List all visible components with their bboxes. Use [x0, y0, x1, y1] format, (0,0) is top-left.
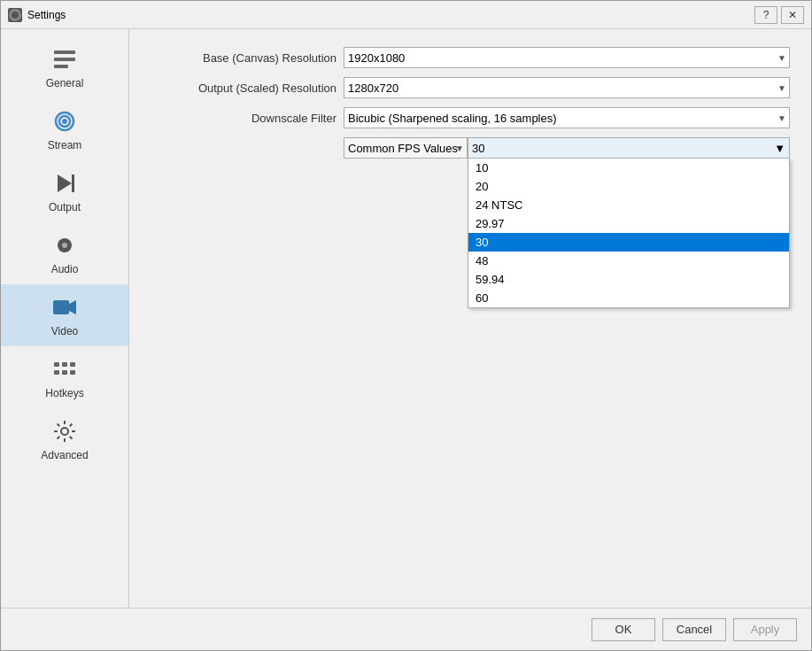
settings-window: Settings ? ✕ General: [0, 0, 812, 651]
svg-rect-17: [54, 370, 59, 375]
fps-option-20[interactable]: 20: [468, 177, 789, 196]
fps-value-dropdown-header[interactable]: 30 ▼: [468, 137, 790, 159]
output-resolution-select-wrapper: 1280x720 ▼: [344, 77, 790, 98]
help-button[interactable]: ?: [754, 6, 777, 24]
hotkeys-icon: [50, 355, 79, 384]
output-icon: [50, 169, 79, 198]
apply-button[interactable]: Apply: [733, 618, 797, 641]
fps-type-select[interactable]: Common FPS Values: [344, 137, 468, 159]
svg-point-11: [62, 243, 67, 248]
fps-option-5994[interactable]: 59.94: [468, 270, 789, 289]
fps-type-select-wrapper: Common FPS Values ▼: [344, 137, 468, 159]
fps-dropdown-arrow-icon: ▼: [774, 142, 785, 155]
title-bar-controls: ? ✕: [754, 6, 804, 24]
downscale-filter-select[interactable]: Bicubic (Sharpened scaling, 16 samples): [344, 107, 790, 128]
svg-marker-13: [69, 300, 76, 314]
sidebar: General Stream: [1, 29, 129, 608]
svg-rect-18: [62, 370, 67, 375]
main-panel: Base (Canvas) Resolution 1920x1080 ▼ Out…: [129, 29, 811, 608]
sidebar-item-stream[interactable]: Stream: [1, 98, 128, 160]
fps-dropdown: 10 20 24 NTSC 29.97 30 48 59.94 60: [468, 159, 790, 308]
downscale-filter-select-wrapper: Bicubic (Sharpened scaling, 16 samples) …: [344, 107, 790, 128]
base-resolution-select[interactable]: 1920x1080: [344, 47, 790, 68]
base-resolution-label: Base (Canvas) Resolution: [151, 51, 336, 65]
fps-option-60[interactable]: 60: [468, 289, 789, 307]
base-resolution-row: Base (Canvas) Resolution 1920x1080 ▼: [151, 47, 790, 68]
sidebar-item-video[interactable]: Video: [1, 284, 128, 346]
window-title: Settings: [27, 9, 754, 21]
output-resolution-row: Output (Scaled) Resolution 1280x720 ▼: [151, 77, 790, 98]
fps-row: Common FPS Values ▼ 30 ▼ 10 20 24 NTSC: [151, 137, 790, 159]
downscale-filter-row: Downscale Filter Bicubic (Sharpened scal…: [151, 107, 790, 128]
advanced-icon: [50, 417, 79, 446]
video-icon: [50, 293, 79, 322]
base-resolution-select-wrapper: 1920x1080 ▼: [344, 47, 790, 68]
ok-button[interactable]: OK: [592, 618, 655, 641]
fps-option-24ntsc[interactable]: 24 NTSC: [468, 196, 789, 214]
sidebar-item-stream-label: Stream: [48, 139, 82, 151]
fps-option-10[interactable]: 10: [468, 159, 789, 177]
close-button[interactable]: ✕: [781, 6, 804, 24]
cancel-button[interactable]: Cancel: [662, 618, 726, 641]
svg-point-1: [12, 12, 19, 19]
fps-option-30[interactable]: 30: [468, 233, 789, 252]
sidebar-item-audio[interactable]: Audio: [1, 222, 128, 284]
sidebar-item-general[interactable]: General: [1, 36, 128, 98]
sidebar-item-hotkeys[interactable]: Hotkeys: [1, 346, 128, 408]
svg-rect-2: [54, 50, 75, 54]
stream-icon: [50, 107, 79, 136]
footer: OK Cancel Apply: [1, 608, 811, 650]
svg-rect-16: [70, 362, 75, 367]
fps-value-area: 30 ▼ 10 20 24 NTSC 29.97 30 48 59.94 60: [468, 137, 790, 159]
output-resolution-label: Output (Scaled) Resolution: [151, 81, 336, 95]
sidebar-item-advanced[interactable]: Advanced: [1, 408, 128, 470]
svg-point-20: [61, 428, 68, 435]
general-icon: [50, 45, 79, 74]
main-content: General Stream: [1, 29, 811, 608]
sidebar-item-general-label: General: [46, 77, 84, 89]
sidebar-item-advanced-label: Advanced: [41, 449, 88, 461]
sidebar-item-hotkeys-label: Hotkeys: [45, 387, 83, 399]
fps-option-48[interactable]: 48: [468, 252, 789, 270]
fps-selected-value: 30: [472, 142, 484, 155]
sidebar-item-video-label: Video: [51, 325, 78, 337]
svg-rect-9: [72, 174, 74, 192]
title-bar: Settings ? ✕: [1, 1, 811, 29]
fps-option-2997[interactable]: 29.97: [468, 214, 789, 233]
svg-marker-8: [58, 174, 72, 192]
sidebar-item-audio-label: Audio: [51, 263, 79, 275]
svg-rect-19: [70, 370, 75, 375]
output-resolution-select[interactable]: 1280x720: [344, 77, 790, 98]
svg-point-7: [62, 119, 67, 124]
audio-icon: [50, 231, 79, 260]
svg-rect-4: [54, 65, 68, 68]
svg-rect-14: [54, 362, 59, 367]
svg-rect-12: [53, 300, 69, 314]
app-icon: [8, 8, 22, 22]
sidebar-item-output[interactable]: Output: [1, 160, 128, 222]
downscale-filter-label: Downscale Filter: [151, 112, 336, 125]
svg-rect-15: [62, 362, 67, 367]
svg-rect-3: [54, 58, 75, 61]
sidebar-item-output-label: Output: [49, 201, 81, 213]
